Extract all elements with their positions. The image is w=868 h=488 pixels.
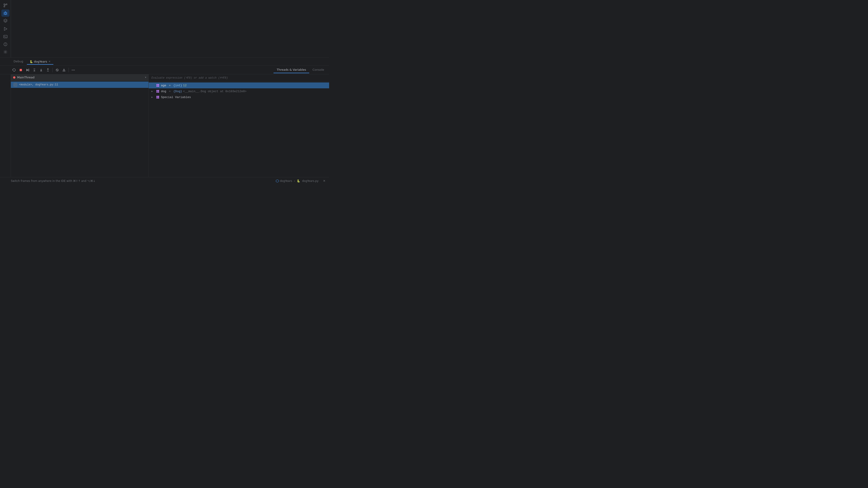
- svg-line-6: [4, 14, 4, 15]
- status-close-button[interactable]: ✕: [322, 179, 327, 183]
- sidebar: [0, 0, 11, 57]
- svg-point-18: [5, 51, 6, 53]
- status-file-icon: 🐍: [297, 180, 300, 183]
- status-separator: ›: [294, 180, 295, 183]
- evaluate-placeholder: Evaluate expression (⌥F8) or add a watch…: [151, 76, 228, 79]
- svg-rect-40: [158, 84, 159, 86]
- debug-toolbar: Threads & Variables Console: [0, 66, 329, 74]
- svg-marker-20: [26, 69, 28, 71]
- variable-age[interactable]: age = {int} 12: [149, 83, 329, 88]
- step-over-button[interactable]: [31, 67, 37, 73]
- svg-marker-12: [4, 27, 7, 31]
- terminal-icon[interactable]: [1, 33, 9, 40]
- frame-module-icon: [13, 83, 17, 87]
- svg-marker-11: [4, 19, 7, 21]
- var-chevron-dog: ▶: [151, 90, 155, 93]
- tab-console[interactable]: Console: [309, 67, 327, 73]
- stop-button[interactable]: [18, 67, 24, 73]
- variables-list: age = {int} 12 ▶: [149, 82, 329, 177]
- debug-tabs-bar: Debug 🐍 dogYears ✕: [0, 58, 329, 66]
- toolbar-separator-2: [68, 68, 69, 72]
- svg-rect-42: [158, 86, 159, 87]
- svg-point-31: [64, 71, 64, 71]
- var-name-dog: dog: [161, 90, 166, 93]
- debug-panel: Debug 🐍 dogYears ✕: [0, 57, 329, 177]
- frame-list: <module>, dogYears.py:11: [11, 80, 149, 177]
- svg-line-29: [57, 69, 58, 71]
- status-file: dogYears.py: [302, 180, 318, 183]
- tab-threads-variables-label: Threads & Variables: [277, 68, 306, 71]
- var-name-special: Special Variables: [161, 96, 191, 99]
- mute-breakpoints-button[interactable]: [61, 67, 67, 73]
- evaluate-bar[interactable]: Evaluate expression (⌥F8) or add a watch…: [149, 74, 329, 82]
- var-equals-age: =: [167, 84, 172, 87]
- status-project: dogYears: [276, 180, 292, 183]
- variable-icon-special: [156, 95, 160, 99]
- svg-rect-50: [158, 97, 159, 99]
- var-type-dog: {Dog}: [174, 90, 182, 93]
- threads-panel: MainThread ▾ <m: [11, 74, 149, 177]
- tab-threads-variables[interactable]: Threads & Variables: [274, 67, 309, 73]
- svg-point-0: [4, 4, 5, 5]
- debug-tab[interactable]: Debug: [11, 58, 26, 65]
- debug-icon[interactable]: [1, 9, 9, 17]
- var-value-age: 12: [183, 84, 187, 87]
- svg-marker-51: [276, 180, 279, 182]
- debug-tab-label: Debug: [13, 60, 23, 63]
- var-no-chevron: [151, 84, 155, 87]
- settings-icon[interactable]: [1, 48, 9, 56]
- file-tab-close[interactable]: ✕: [49, 60, 51, 63]
- svg-point-32: [72, 70, 72, 70]
- project-icon: [276, 180, 279, 183]
- svg-point-34: [74, 70, 75, 70]
- svg-rect-49: [156, 97, 158, 99]
- svg-rect-39: [156, 84, 158, 86]
- variable-special[interactable]: ▶ Special Variables: [149, 94, 329, 100]
- svg-rect-47: [156, 96, 158, 97]
- status-notification: Switch frames from anywhere in the IDE w…: [11, 180, 95, 183]
- file-tab-label: dogYears: [34, 60, 47, 63]
- svg-rect-44: [158, 90, 159, 91]
- variable-dog[interactable]: ▶ dog = {Dog} <__main__.Do: [149, 88, 329, 94]
- step-out-button[interactable]: [45, 67, 51, 73]
- svg-rect-48: [158, 96, 159, 97]
- svg-line-4: [4, 12, 4, 13]
- svg-line-7: [6, 12, 7, 13]
- resume-button[interactable]: [24, 67, 31, 73]
- variables-panel: Evaluate expression (⌥F8) or add a watch…: [149, 74, 329, 177]
- variable-icon: [156, 84, 160, 87]
- svg-rect-46: [158, 92, 159, 93]
- svg-rect-43: [156, 90, 158, 91]
- frame-item-label: <module>, dogYears.py:11: [19, 83, 58, 86]
- status-notification-text: Switch frames from anywhere in the IDE w…: [11, 180, 95, 183]
- svg-rect-45: [156, 92, 158, 93]
- var-name-age: age: [161, 84, 166, 87]
- var-desc-dog: <__main__.Dog object at 0x103e212e0>: [183, 90, 247, 93]
- file-tab[interactable]: 🐍 dogYears ✕: [27, 59, 53, 65]
- var-type-age: {int}: [174, 84, 182, 87]
- var-chevron-special: ▶: [151, 96, 155, 98]
- svg-rect-19: [20, 69, 22, 71]
- breakpoints-button[interactable]: [54, 67, 60, 73]
- tab-console-label: Console: [312, 68, 324, 71]
- svg-point-17: [5, 45, 6, 45]
- thread-name: MainThread: [17, 76, 145, 79]
- svg-line-9: [6, 14, 7, 15]
- section-tabs: Threads & Variables Console: [274, 67, 327, 73]
- thread-chevron-icon: ▾: [145, 76, 146, 79]
- problems-icon[interactable]: [1, 41, 9, 48]
- status-bar: Switch frames from anywhere in the IDE w…: [0, 177, 329, 184]
- python-file-icon: 🐍: [30, 60, 33, 63]
- svg-rect-21: [29, 69, 29, 71]
- layers-icon[interactable]: [1, 17, 9, 24]
- step-into-button[interactable]: [38, 67, 44, 73]
- rerun-button[interactable]: [11, 67, 17, 73]
- vcs-icon[interactable]: [1, 2, 9, 9]
- run-icon[interactable]: [1, 25, 9, 33]
- frame-item[interactable]: <module>, dogYears.py:11: [11, 82, 149, 88]
- svg-rect-13: [4, 35, 7, 38]
- variable-icon-dog: [156, 90, 160, 93]
- thread-selector[interactable]: MainThread ▾: [11, 74, 149, 80]
- svg-point-33: [73, 70, 74, 70]
- more-options-button[interactable]: [70, 67, 76, 73]
